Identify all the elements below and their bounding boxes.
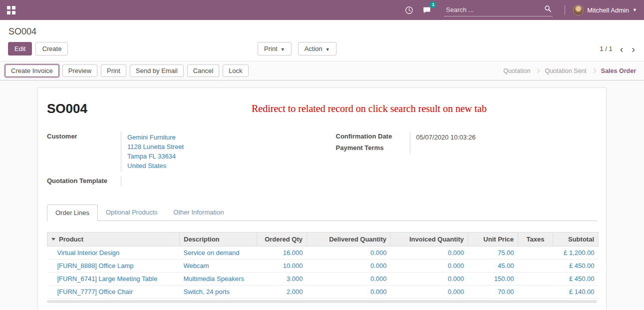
customer-value: Gemini Furniture 1128 Lunetta Street Tam…	[121, 132, 309, 172]
cell-taxes	[518, 286, 553, 298]
form-sheet: SO004 Redirect to related record on clic…	[37, 88, 607, 310]
status-pipeline: Quotation Quotation Sent Sales Order	[503, 68, 639, 74]
cell-invoiced-qty: 0.000	[391, 286, 468, 298]
cell-unit-price: 150.00	[468, 272, 518, 286]
messages-badge: 1	[430, 2, 436, 8]
cancel-button[interactable]: Cancel	[187, 64, 219, 77]
tab-optional-products[interactable]: Optional Products	[98, 204, 165, 220]
apps-menu-icon[interactable]	[7, 6, 15, 14]
breadcrumb-row: SO004	[0, 20, 644, 39]
cell-description: Multimedia Speakers	[180, 272, 257, 286]
cell-delivered-qty: 0.000	[307, 272, 391, 286]
messages-icon[interactable]: 1	[422, 5, 432, 15]
pager-next-button[interactable]: ›	[631, 46, 636, 52]
cell-unit-price: 70.00	[468, 286, 518, 298]
column-header-delivered-quantity[interactable]: Delivered Quantity	[307, 232, 391, 246]
table-row[interactable]: [FURN_8888] Office Lamp Webcam 10.000 0.…	[47, 260, 599, 272]
print-dropdown-button[interactable]: Print▼	[258, 42, 292, 56]
payment-terms-value	[410, 143, 598, 154]
tab-other-information[interactable]: Other Information	[165, 204, 232, 220]
chevron-down-icon: ▼	[325, 47, 330, 52]
customer-name: Gemini Furniture	[127, 132, 309, 142]
chevron-down-icon: ▼	[281, 47, 285, 52]
control-panel: Edit Create Print▼ Action▼ 1 / 1 ‹ ›	[0, 39, 644, 62]
cell-taxes	[518, 260, 553, 272]
state-quotation[interactable]: Quotation	[503, 68, 530, 74]
cell-ordered-qty: 10.000	[257, 260, 307, 272]
top-navbar: 1 Mitchell Admin ▼	[0, 0, 644, 20]
column-header-product[interactable]: Product	[47, 232, 180, 246]
cell-ordered-qty: 3.000	[257, 272, 307, 286]
order-lines-table: Product Description Ordered Qty Delivere…	[47, 232, 599, 298]
user-avatar	[573, 5, 584, 16]
cell-delivered-qty: 0.000	[307, 246, 391, 260]
notebook-tabs: Order Lines Optional Products Other Info…	[47, 204, 597, 221]
cell-invoiced-qty: 0.000	[391, 260, 468, 272]
lock-button[interactable]: Lock	[223, 64, 248, 77]
systray-divider	[565, 5, 565, 15]
user-name: Mitchell Admin	[587, 6, 629, 14]
state-sales-order[interactable]: Sales Order	[601, 68, 636, 74]
cell-ordered-qty: 2.000	[257, 286, 307, 298]
state-quotation-sent[interactable]: Quotation Sent	[545, 68, 586, 74]
preview-button[interactable]: Preview	[62, 64, 97, 77]
cell-subtotal: £ 1,200.00	[553, 246, 599, 260]
activity-clock-icon[interactable]	[404, 5, 414, 15]
column-header-invoiced-quantity[interactable]: Invoiced Quantity	[391, 232, 468, 246]
confirmation-date-label: Confirmation Date	[336, 132, 410, 143]
column-header-subtotal[interactable]: Subtotal	[553, 232, 599, 246]
tab-order-lines[interactable]: Order Lines	[47, 204, 98, 221]
quotation-template-value	[121, 176, 309, 186]
form-view-background: SO004 Redirect to related record on clic…	[0, 80, 644, 310]
cell-description: Service on demand	[180, 246, 257, 260]
column-header-taxes[interactable]: Taxes	[518, 232, 553, 246]
edit-button[interactable]: Edit	[8, 42, 32, 56]
cell-taxes	[518, 272, 553, 286]
cell-product: Virtual Interior Design	[47, 246, 180, 260]
chevron-right-icon	[535, 68, 540, 74]
cell-description: Webcam	[180, 260, 257, 272]
table-header-row: Product Description Ordered Qty Delivere…	[47, 232, 599, 246]
field-group: Customer Gemini Furniture 1128 Lunetta S…	[47, 132, 597, 186]
horizontal-scrollbar[interactable]	[47, 300, 597, 303]
pager-counter: 1 / 1	[600, 45, 612, 52]
search-icon[interactable]	[544, 5, 552, 14]
column-header-ordered-qty[interactable]: Ordered Qty	[257, 232, 307, 246]
cell-product: [FURN_8888] Office Lamp	[47, 260, 180, 272]
pager-previous-button[interactable]: ‹	[619, 46, 625, 52]
customer-street: 1128 Lunetta Street	[127, 142, 309, 152]
cell-ordered-qty: 16.000	[257, 246, 307, 260]
statusbar: Create Invoice Preview Print Send by Ema…	[0, 62, 644, 80]
customer-label: Customer	[47, 132, 121, 172]
table-row[interactable]: [FURN_6741] Large Meeting Table Multimed…	[47, 272, 599, 286]
column-header-description[interactable]: Description	[180, 232, 257, 246]
cell-subtotal: £ 140.00	[553, 286, 599, 298]
payment-terms-label: Payment Terms	[336, 143, 410, 154]
quotation-template-label: Quotation Template	[47, 176, 121, 186]
customer-city: Tampa FL 33634	[127, 152, 309, 161]
send-by-email-button[interactable]: Send by Email	[130, 64, 184, 77]
cell-unit-price: 75.00	[468, 246, 518, 260]
create-invoice-button[interactable]: Create Invoice	[5, 64, 59, 77]
user-menu[interactable]: Mitchell Admin ▼	[573, 5, 637, 16]
action-dropdown-button[interactable]: Action▼	[298, 42, 336, 56]
table-row[interactable]: Virtual Interior Design Service on deman…	[47, 246, 599, 260]
confirmation-date-value: 05/07/2020 10:03:26	[410, 132, 598, 143]
search-input[interactable]	[445, 6, 544, 14]
cell-delivered-qty: 0.000	[307, 286, 391, 298]
cell-product: [FURN_6741] Large Meeting Table	[47, 272, 180, 286]
chevron-right-icon	[591, 68, 596, 74]
print-button[interactable]: Print	[101, 64, 126, 77]
cell-unit-price: 45.00	[468, 260, 518, 272]
red-annotation-text: Redirect to related record on click sear…	[252, 103, 487, 114]
navbar-search	[444, 4, 553, 16]
cell-invoiced-qty: 0.000	[391, 246, 468, 260]
customer-country: United States	[127, 161, 309, 170]
cell-subtotal: £ 450.00	[553, 260, 599, 272]
cell-delivered-qty: 0.000	[307, 260, 391, 272]
cell-description: Switch, 24 ports	[180, 286, 257, 298]
table-row[interactable]: [FURN_7777] Office Chair Switch, 24 port…	[47, 286, 599, 298]
breadcrumb: SO004	[8, 26, 36, 36]
create-button[interactable]: Create	[35, 42, 68, 56]
column-header-unit-price[interactable]: Unit Price	[468, 232, 518, 246]
